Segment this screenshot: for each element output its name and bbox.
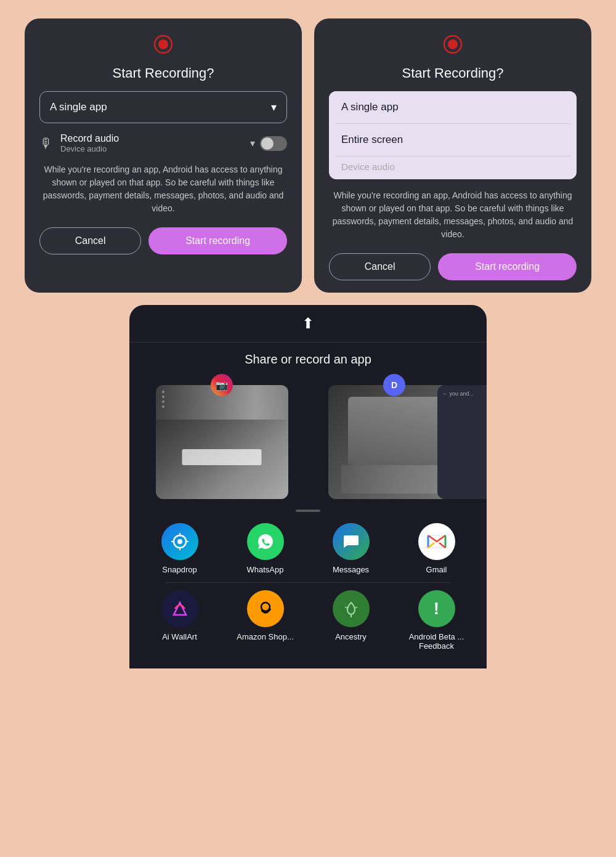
chevron-small-icon-1: ▾ <box>250 137 255 149</box>
audio-toggle-1[interactable] <box>260 136 287 151</box>
whatsapp-label: WhatsApp <box>247 565 284 575</box>
record-icon-1 <box>152 33 174 55</box>
app-item-androidbeta[interactable]: ! Android Beta ...Feedback <box>396 590 477 651</box>
androidbeta-exclamation: ! <box>434 600 439 617</box>
device-audio-partial: Device audio <box>329 156 577 179</box>
app-item-aiwallart[interactable]: Ai WallArt <box>139 590 220 651</box>
instagram-badge: 📷 <box>211 374 233 396</box>
dropdown-item-entire-screen[interactable]: Entire screen <box>329 124 577 156</box>
dialog-1-buttons: Cancel Start recording <box>39 227 287 254</box>
ancestry-icon <box>333 590 370 627</box>
app-grid-row1: Snapdrop WhatsApp Messages Gmail <box>129 518 487 580</box>
app-preview-row: 📷 D <box>129 374 487 503</box>
app-item-ancestry[interactable]: Ancestry <box>310 590 391 651</box>
androidbeta-label: Android Beta ...Feedback <box>409 632 464 651</box>
snapdrop-label: Snapdrop <box>162 565 197 575</box>
discord-badge: D <box>383 374 405 396</box>
svg-point-10 <box>261 603 270 611</box>
mic-icon-1: 🎙 <box>39 136 53 152</box>
top-dialogs-row: Start Recording? A single app ▾ 🎙 Record… <box>12 18 604 293</box>
preview-partial-youtube: ← you and... <box>437 385 487 499</box>
dropdown-item-single-app[interactable]: A single app <box>329 91 577 123</box>
selector-value-1: A single app <box>50 101 107 113</box>
aiwallart-icon <box>161 590 198 627</box>
app-item-gmail[interactable]: Gmail <box>396 523 477 575</box>
chevron-down-icon-1: ▾ <box>271 100 277 114</box>
share-panel: ⬆ Share or record an app 📷 <box>129 305 487 668</box>
amazon-label: Amazon Shop... <box>237 632 294 642</box>
androidbeta-icon: ! <box>418 590 455 627</box>
scroll-indicator <box>296 510 320 512</box>
audio-label-1: Record audio <box>60 133 243 144</box>
app-selector-1[interactable]: A single app ▾ <box>39 91 287 123</box>
audio-info-1: Record audio Device audio <box>60 133 243 153</box>
app-item-whatsapp[interactable]: WhatsApp <box>225 523 306 575</box>
partial-text: ← you and... <box>442 390 482 398</box>
preview-instagram[interactable]: 📷 <box>136 374 308 503</box>
cancel-button-1[interactable]: Cancel <box>39 227 141 254</box>
audio-toggle-container-1: ▾ <box>250 136 287 151</box>
dialog-1: Start Recording? A single app ▾ 🎙 Record… <box>25 18 302 293</box>
dialog-2-title: Start Recording? <box>402 65 503 81</box>
app-item-snapdrop[interactable]: Snapdrop <box>139 523 220 575</box>
toggle-knob-1 <box>261 137 274 150</box>
gmail-icon <box>418 523 455 560</box>
audio-row-1: 🎙 Record audio Device audio ▾ <box>39 133 287 153</box>
record-icon-2 <box>442 33 464 55</box>
messages-icon <box>333 523 370 560</box>
dialog-1-title: Start Recording? <box>112 65 214 81</box>
audio-sublabel-1: Device audio <box>60 144 243 153</box>
svg-point-5 <box>177 539 182 544</box>
svg-line-11 <box>269 609 270 611</box>
messages-label: Messages <box>333 565 369 575</box>
aiwallart-label: Ai WallArt <box>162 632 197 642</box>
discord-icon: D <box>391 380 397 390</box>
dialog-2-buttons: Cancel Start recording <box>329 253 577 280</box>
amazon-icon <box>247 590 284 627</box>
instagram-thumbnail <box>156 385 288 499</box>
warning-text-2: While you're recording an app, Android h… <box>329 189 577 241</box>
start-recording-button-1[interactable]: Start recording <box>148 227 287 254</box>
start-recording-button-2[interactable]: Start recording <box>438 253 577 280</box>
svg-point-3 <box>448 39 458 49</box>
share-panel-header: ⬆ <box>129 305 487 343</box>
ancestry-label: Ancestry <box>335 632 367 642</box>
instagram-icon: 📷 <box>216 380 228 391</box>
share-panel-title: Share or record an app <box>245 343 371 374</box>
app-item-amazon[interactable]: Amazon Shop... <box>225 590 306 651</box>
svg-point-1 <box>158 39 168 49</box>
section-divider <box>165 582 451 583</box>
cancel-button-2[interactable]: Cancel <box>329 253 431 280</box>
warning-text-1: While you're recording an app, Android h… <box>39 163 287 215</box>
gmail-label: Gmail <box>426 565 447 575</box>
app-item-messages[interactable]: Messages <box>310 523 391 575</box>
whatsapp-icon <box>247 523 284 560</box>
dialog-2: Start Recording? A single app Entire scr… <box>314 18 591 293</box>
app-grid-row2: Ai WallArt Amazon Shop... <box>129 585 487 656</box>
app-dropdown-open[interactable]: A single app Entire screen Device audio <box>329 91 577 179</box>
snapdrop-icon <box>161 523 198 560</box>
share-icon: ⬆ <box>302 315 314 332</box>
